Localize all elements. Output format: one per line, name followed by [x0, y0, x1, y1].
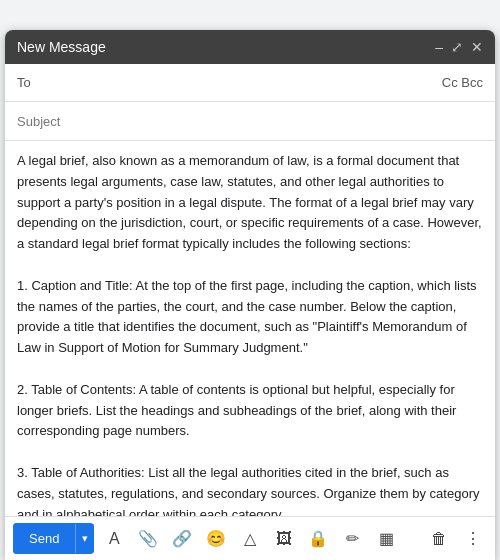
send-button-group: Send ▾	[13, 523, 94, 554]
link-icon[interactable]: 🔗	[168, 525, 196, 553]
template-icon[interactable]: ▦	[372, 525, 400, 553]
compose-toolbar: Send ▾ A 📎 🔗 😊 △ 🖼 🔒 ✏ ▦	[5, 516, 495, 560]
send-dropdown-button[interactable]: ▾	[75, 524, 94, 553]
drive-icon[interactable]: △	[236, 525, 264, 553]
to-input[interactable]	[57, 75, 442, 90]
compose-body[interactable]: A legal brief, also known as a memorandu…	[5, 141, 495, 516]
to-label: To	[17, 75, 57, 90]
more-options-icon[interactable]: ⋮	[459, 525, 487, 553]
attach-icon[interactable]: 📎	[134, 525, 162, 553]
compose-fields: To Cc Bcc	[5, 64, 495, 141]
compose-header: New Message – ⤢ ✕	[5, 30, 495, 64]
compose-title: New Message	[17, 39, 106, 55]
delete-icon[interactable]: 🗑	[425, 525, 453, 553]
pencil-icon[interactable]: ✏	[338, 525, 366, 553]
compose-window: New Message – ⤢ ✕ To Cc Bcc A legal brie…	[5, 30, 495, 560]
lock-icon[interactable]: 🔒	[304, 525, 332, 553]
emoji-icon[interactable]: 😊	[202, 525, 230, 553]
subject-field-row	[5, 102, 495, 140]
format-text-label: A	[109, 530, 120, 548]
header-icons: – ⤢ ✕	[435, 39, 483, 55]
to-field-row: To Cc Bcc	[5, 64, 495, 102]
expand-icon[interactable]: ⤢	[451, 39, 463, 55]
format-text-icon[interactable]: A	[100, 525, 128, 553]
send-button[interactable]: Send	[13, 523, 75, 554]
subject-input[interactable]	[17, 114, 483, 129]
compose-body-text: A legal brief, also known as a memorandu…	[17, 151, 483, 516]
minimize-icon[interactable]: –	[435, 39, 443, 55]
cc-bcc-label[interactable]: Cc Bcc	[442, 75, 483, 90]
close-icon[interactable]: ✕	[471, 39, 483, 55]
photo-icon[interactable]: 🖼	[270, 525, 298, 553]
